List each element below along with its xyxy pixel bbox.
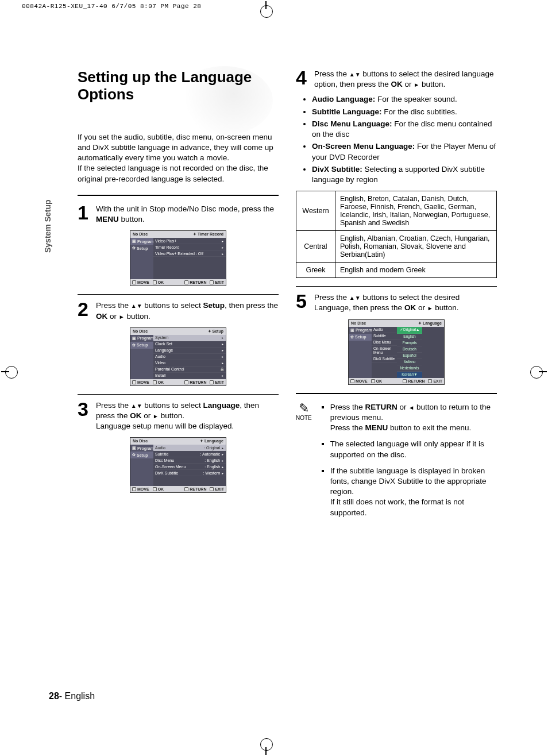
divider bbox=[296, 393, 497, 394]
intro-paragraph-2: If the selected language is not recorded… bbox=[78, 163, 279, 184]
table-row: WesternEnglish, Breton, Catalan, Danish,… bbox=[296, 191, 497, 231]
crop-mark-top bbox=[255, 1, 278, 18]
crop-mark-bottom bbox=[255, 738, 278, 755]
step-text: Press the buttons to select the desired … bbox=[314, 69, 497, 90]
osd-screenshot-2: No Disc✦ Setup Programme Setup System Cl… bbox=[130, 327, 226, 386]
left-column: Setting up the Language Options If you s… bbox=[78, 69, 279, 524]
step-text: Press the buttons to select Setup, then … bbox=[96, 300, 279, 321]
step-3: 3 Press the buttons to select Language, … bbox=[78, 400, 279, 432]
up-arrow-icon bbox=[349, 293, 355, 302]
side-tab: System Setup bbox=[43, 199, 52, 253]
step-number: 1 bbox=[78, 204, 90, 222]
step-2: 2 Press the buttons to select Setup, the… bbox=[78, 300, 279, 321]
up-arrow-icon bbox=[349, 70, 355, 78]
step-number: 3 bbox=[78, 400, 90, 418]
table-row: CentralEnglish, Albanian, Croatian, Czec… bbox=[296, 231, 497, 263]
osd-screenshot-3: No Disc✦ Language Programme Setup Audio:… bbox=[130, 437, 226, 493]
note-icon: ✎ NOTE bbox=[296, 402, 312, 524]
up-arrow-icon bbox=[131, 401, 137, 410]
list-item: The selected language will only appear i… bbox=[330, 439, 497, 460]
step-1: 1 With the unit in Stop mode/No Disc mod… bbox=[78, 204, 279, 225]
step-number: 5 bbox=[296, 292, 308, 310]
left-arrow-icon bbox=[408, 403, 414, 411]
crop-mark-left bbox=[1, 361, 18, 384]
step-text: Press the buttons to select Language, th… bbox=[96, 400, 279, 432]
divider bbox=[78, 195, 279, 196]
right-column: 4 Press the buttons to select the desire… bbox=[296, 69, 497, 524]
print-header: 00842A-R125-XEU_17-40 6/7/05 8:07 PM Pag… bbox=[22, 3, 201, 10]
page-title: Setting up the Language Options bbox=[78, 69, 279, 103]
crop-mark-right bbox=[530, 361, 547, 384]
step-text: Press the buttons to select the desired … bbox=[314, 292, 497, 313]
right-arrow-icon bbox=[427, 303, 433, 312]
down-arrow-icon bbox=[355, 293, 361, 302]
right-arrow-icon bbox=[153, 411, 159, 420]
down-arrow-icon bbox=[355, 70, 361, 78]
step-5: 5 Press the buttons to select the desire… bbox=[296, 292, 497, 313]
pencil-icon: ✎ bbox=[296, 402, 312, 415]
step-text: With the unit in Stop mode/No Disc mode,… bbox=[96, 204, 279, 225]
option-list: Audio Language: For the speaker sound. S… bbox=[312, 94, 497, 185]
region-table: WesternEnglish, Breton, Catalan, Danish,… bbox=[296, 191, 497, 278]
down-arrow-icon bbox=[137, 401, 142, 410]
osd-screenshot-5: No Disc✦ Language Programme Setup Audio … bbox=[348, 319, 445, 385]
table-row: GreekEnglish and modern Greek bbox=[296, 263, 497, 278]
list-item: Press the RETURN or button to return to … bbox=[330, 402, 497, 434]
right-arrow-icon bbox=[119, 312, 125, 321]
right-arrow-icon bbox=[414, 80, 419, 88]
step-number: 4 bbox=[296, 69, 308, 87]
step-4: 4 Press the buttons to select the desire… bbox=[296, 69, 497, 90]
osd-screenshot-1: No Disc✦ Timer Record Programme Setup Vi… bbox=[130, 230, 226, 286]
divider bbox=[78, 394, 279, 395]
list-item: If the subtitle language is displayed in… bbox=[330, 466, 497, 518]
step-number: 2 bbox=[78, 300, 90, 318]
divider bbox=[296, 286, 497, 287]
up-arrow-icon bbox=[131, 301, 137, 310]
down-arrow-icon bbox=[137, 301, 142, 310]
intro-paragraph-1: If you set the audio, subtitle, disc men… bbox=[78, 132, 279, 164]
page-content: Setting up the Language Options If you s… bbox=[78, 69, 497, 524]
note-list: Press the RETURN or button to return to … bbox=[330, 402, 497, 524]
divider bbox=[78, 294, 279, 295]
page-footer: 28- English bbox=[49, 691, 95, 701]
note-block: ✎ NOTE Press the RETURN or button to ret… bbox=[296, 402, 497, 524]
